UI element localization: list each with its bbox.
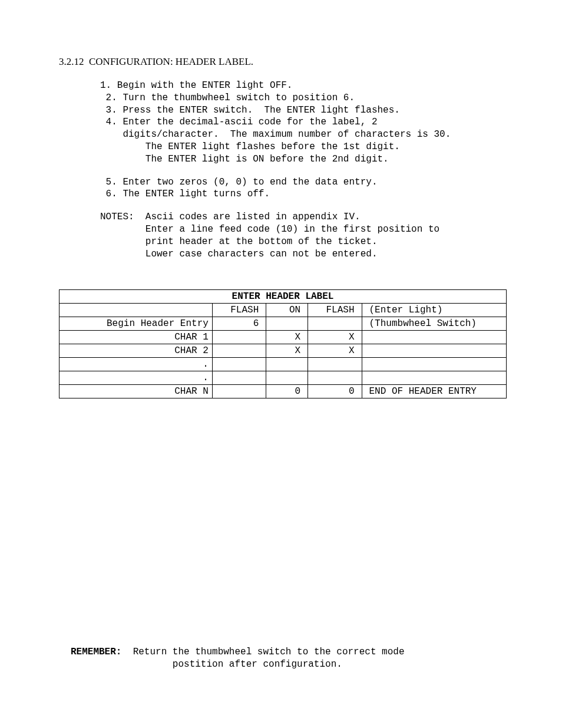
row-flash2: [308, 358, 362, 371]
table-header-flash: FLASH: [212, 304, 266, 317]
remember-block: REMEMBER: Return the thumbwheel switch t…: [71, 646, 503, 671]
row-label: .: [59, 371, 213, 385]
row-note: (Thumbwheel Switch): [362, 317, 506, 331]
row-on: X: [266, 344, 308, 358]
notes-block: NOTES: Ascii codes are listed in appendi…: [100, 211, 503, 260]
row-note: [362, 358, 506, 371]
row-flash: [212, 371, 266, 385]
row-flash2: X: [308, 331, 362, 344]
table-header-on: ON: [266, 304, 308, 317]
table-header-row: FLASH ON FLASH (Enter Light): [59, 304, 507, 317]
row-flash: [212, 344, 266, 358]
table-row: .: [59, 358, 507, 371]
row-on: [266, 358, 308, 371]
row-flash2: [308, 371, 362, 385]
row-note: [362, 371, 506, 385]
row-on: 0: [266, 385, 308, 398]
row-label: CHAR N: [59, 385, 213, 398]
steps-block-1: 1. Begin with the ENTER light OFF. 2. Tu…: [100, 80, 503, 166]
table-row: .: [59, 371, 507, 385]
table-row: CHAR 2 X X: [59, 344, 507, 358]
row-flash: [212, 358, 266, 371]
section-heading: 3.2.12 CONFIGURATION: HEADER LABEL.: [59, 56, 503, 68]
section-title: CONFIGURATION: HEADER LABEL.: [89, 56, 253, 67]
row-label: Begin Header Entry: [59, 317, 213, 331]
header-label-table: ENTER HEADER LABEL FLASH ON FLASH (Enter…: [59, 289, 507, 398]
table-title: ENTER HEADER LABEL: [59, 290, 507, 304]
row-flash2: 0: [308, 385, 362, 398]
table-title-row: ENTER HEADER LABEL: [59, 290, 507, 304]
row-note: END OF HEADER ENTRY: [362, 385, 506, 398]
row-flash: 6: [212, 317, 266, 331]
row-flash2: X: [308, 344, 362, 358]
row-label: CHAR 1: [59, 331, 213, 344]
row-note: [362, 344, 506, 358]
row-label: CHAR 2: [59, 344, 213, 358]
table-header-label: [59, 304, 213, 317]
steps-block-2: 5. Enter two zeros (0, 0) to end the dat…: [100, 176, 503, 201]
table-row: CHAR 1 X X: [59, 331, 507, 344]
row-flash2: [308, 317, 362, 331]
section-number: 3.2.12: [59, 56, 84, 67]
table-row: Begin Header Entry 6 (Thumbwheel Switch): [59, 317, 507, 331]
row-note: [362, 331, 506, 344]
table-header-flash2: FLASH: [308, 304, 362, 317]
table-header-note: (Enter Light): [362, 304, 506, 317]
row-on: [266, 371, 308, 385]
row-on: X: [266, 331, 308, 344]
row-label: .: [59, 358, 213, 371]
table-row: CHAR N 0 0 END OF HEADER ENTRY: [59, 385, 507, 398]
remember-label: REMEMBER:: [71, 647, 121, 657]
row-on: [266, 317, 308, 331]
row-flash: [212, 385, 266, 398]
row-flash: [212, 331, 266, 344]
